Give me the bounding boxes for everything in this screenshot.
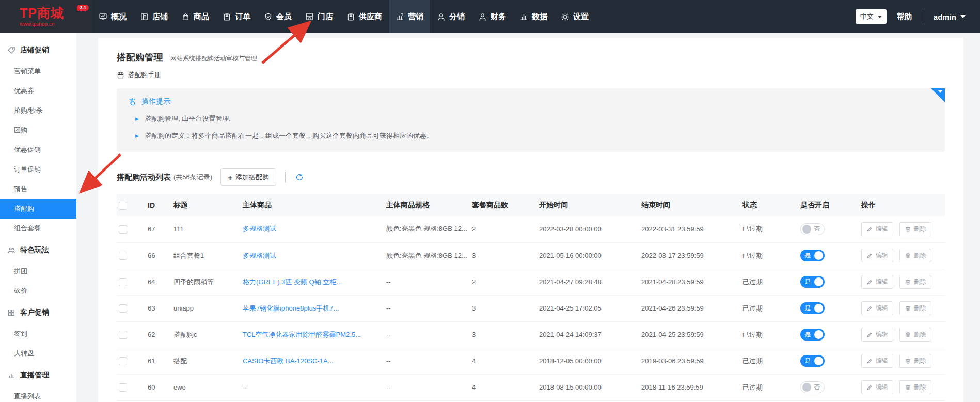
- nav-item-shop[interactable]: 店铺: [133, 0, 175, 33]
- row-checkbox[interactable]: [119, 331, 127, 339]
- sidebar-item-promotion[interactable]: 优惠促销: [0, 140, 76, 160]
- nav-item-settings[interactable]: 设置: [554, 0, 595, 33]
- sidebar-group-store-promo: 店铺促销: [0, 38, 76, 61]
- nav-item-orders[interactable]: 订单: [216, 0, 257, 33]
- sidebar-item-coupon[interactable]: 优惠券: [0, 81, 76, 101]
- product-link[interactable]: CASIO卡西欧 BA-120SC-1A...: [243, 357, 334, 365]
- sidebar-item-pin-tuan[interactable]: 拼团: [0, 261, 76, 281]
- list-header: 搭配购活动列表 (共56条记录) + 添加搭配购: [117, 168, 945, 186]
- trash-icon: [905, 252, 911, 259]
- cell-id: 62: [146, 321, 171, 348]
- sidebar-item-presale[interactable]: 预售: [0, 179, 76, 199]
- enable-toggle[interactable]: 是: [800, 302, 825, 314]
- col-count: 套餐商品数: [470, 194, 537, 216]
- edit-button[interactable]: 编辑: [861, 249, 893, 262]
- cell-spec: 颜色:亮黑色 规格:8GB 12...: [384, 242, 470, 269]
- storefront-icon: [305, 12, 314, 21]
- nav-item-members[interactable]: 会员: [257, 0, 298, 33]
- sidebar-item-order-promo[interactable]: 订单促销: [0, 160, 76, 179]
- language-select[interactable]: 中文: [856, 9, 887, 24]
- row-checkbox[interactable]: [119, 278, 127, 286]
- row-checkbox[interactable]: [119, 252, 127, 260]
- enable-toggle[interactable]: 是: [800, 276, 825, 288]
- product-link[interactable]: --: [243, 383, 247, 391]
- product-link[interactable]: 苹果7钢化膜iphone8plus手机7...: [243, 304, 339, 312]
- nav-item-stores[interactable]: 门店: [298, 0, 340, 33]
- logo[interactable]: TP商城 www.tpshop.cn 3.1: [0, 0, 92, 33]
- enable-toggle[interactable]: 是: [800, 329, 825, 341]
- nav-label: 会员: [276, 12, 292, 22]
- status-text: 已过期: [740, 374, 798, 400]
- delete-button[interactable]: 删除: [899, 380, 931, 394]
- delete-label: 删除: [914, 251, 926, 260]
- enable-toggle[interactable]: 是: [800, 250, 825, 261]
- chevron-down-icon: [938, 90, 942, 93]
- record-count: (共56条记录): [173, 173, 212, 182]
- nav-item-finance[interactable]: 财务: [471, 0, 513, 33]
- enable-toggle[interactable]: 否: [800, 381, 825, 393]
- cell-id: 66: [146, 242, 171, 269]
- product-link[interactable]: 多规格测试: [243, 225, 276, 233]
- edit-button[interactable]: 编辑: [861, 380, 893, 394]
- delete-button[interactable]: 删除: [899, 275, 931, 289]
- row-checkbox[interactable]: [119, 225, 127, 234]
- edit-button[interactable]: 编辑: [861, 301, 893, 315]
- delete-button[interactable]: 删除: [899, 328, 931, 342]
- delete-button[interactable]: 删除: [899, 222, 931, 236]
- help-link[interactable]: 帮助: [897, 12, 912, 22]
- product-link[interactable]: 多规格测试: [243, 252, 276, 259]
- manual-label: 搭配购手册: [128, 70, 161, 80]
- main-nav: 概况 店铺 商品 订单 会员 门店 供应商 营销: [92, 0, 595, 33]
- select-all-checkbox[interactable]: [119, 202, 127, 210]
- product-link[interactable]: 格力(GREE) 3匹 变频 Q铂 立柜...: [243, 278, 342, 286]
- user-name: admin: [934, 12, 956, 21]
- row-checkbox[interactable]: [119, 383, 127, 392]
- sidebar-item-bargain[interactable]: 砍价: [0, 281, 76, 301]
- cell-start-time: 2021-05-16 00:00:00: [537, 242, 639, 269]
- sidebar-item-group-buy[interactable]: 团购: [0, 120, 76, 140]
- enable-toggle[interactable]: 是: [800, 355, 825, 367]
- cell-start-time: 2021-04-25 17:02:05: [537, 295, 639, 321]
- group-label: 特色玩法: [20, 245, 49, 255]
- delete-button[interactable]: 删除: [899, 249, 931, 262]
- sidebar-item-live-list[interactable]: 直播列表: [0, 386, 76, 402]
- edit-button[interactable]: 编辑: [861, 222, 893, 236]
- cell-count: 2: [470, 269, 537, 295]
- sidebar-item-sign-in[interactable]: 签到: [0, 324, 76, 344]
- nav-item-marketing[interactable]: 营销: [389, 0, 430, 33]
- add-bundle-button[interactable]: + 添加搭配购: [220, 168, 276, 186]
- row-checkbox[interactable]: [119, 304, 127, 313]
- nav-item-goods[interactable]: 商品: [175, 0, 216, 33]
- cell-title: 搭配购c: [171, 321, 241, 348]
- tip-line: ▶ 搭配购管理, 由平台设置管理.: [128, 114, 935, 123]
- delete-button[interactable]: 删除: [899, 354, 931, 368]
- sidebar-item-bundle-buy[interactable]: 搭配购: [0, 199, 76, 219]
- cell-count: 2: [470, 216, 537, 242]
- sidebar-item-flash-sale[interactable]: 抢购/秒杀: [0, 101, 76, 120]
- refresh-button[interactable]: [294, 172, 305, 182]
- nav-item-data[interactable]: 数据: [513, 0, 554, 33]
- nav-item-distribution[interactable]: 分销: [430, 0, 471, 33]
- edit-button[interactable]: 编辑: [861, 354, 893, 368]
- nav-item-suppliers[interactable]: 供应商: [340, 0, 389, 33]
- manual-link[interactable]: 搭配购手册: [117, 70, 945, 80]
- cell-spec: --: [384, 374, 470, 400]
- sidebar-item-combo-package[interactable]: 组合套餐: [0, 219, 76, 238]
- product-link[interactable]: TCL空气净化器家用除甲醛雾霾PM2.5...: [243, 331, 361, 338]
- toggle-knob: [814, 304, 823, 313]
- table-row: 67 111 多规格测试 颜色:亮黑色 规格:8GB 12... 2 2022-…: [117, 216, 945, 242]
- delete-button[interactable]: 删除: [899, 301, 931, 315]
- sidebar-item-lucky-wheel[interactable]: 大转盘: [0, 344, 76, 363]
- edit-button[interactable]: 编辑: [861, 328, 893, 342]
- nav-label: 设置: [573, 12, 589, 22]
- row-checkbox[interactable]: [119, 357, 127, 365]
- enable-toggle[interactable]: 否: [800, 223, 825, 235]
- edit-pen-icon: [866, 279, 873, 285]
- nav-item-overview[interactable]: 概况: [92, 0, 133, 33]
- user-menu[interactable]: admin: [934, 12, 966, 21]
- edit-button[interactable]: 编辑: [861, 275, 893, 289]
- people-icon: [7, 246, 15, 254]
- sidebar-item-marketing-menu[interactable]: 营销菜单: [0, 61, 76, 81]
- table-header-row: ID 标题 主体商品 主体商品规格 套餐商品数 开始时间 结束时间 状态 是否开…: [117, 194, 945, 216]
- status-text: 已过期: [740, 295, 798, 321]
